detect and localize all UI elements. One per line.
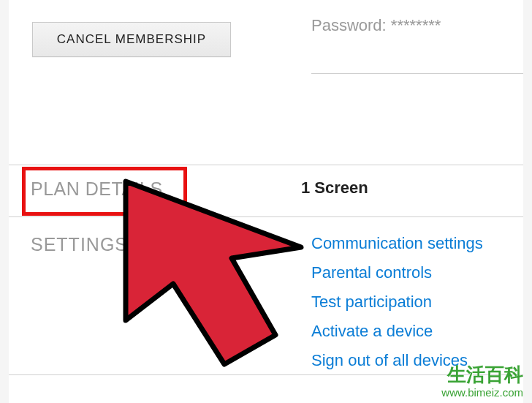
- account-page: CANCEL MEMBERSHIP Password: ******** PLA…: [9, 0, 523, 403]
- divider: [9, 216, 523, 217]
- plan-details-heading: PLAN DETAILS: [31, 178, 163, 200]
- link-communication-settings[interactable]: Communication settings: [311, 234, 483, 253]
- watermark: 生活百科 www.bimeiz.com: [441, 362, 523, 399]
- watermark-url: www.bimeiz.com: [441, 386, 523, 399]
- plan-value: 1 Screen: [301, 178, 368, 197]
- password-row: Password: ********: [311, 16, 441, 35]
- divider: [311, 73, 523, 74]
- settings-links: Communication settings Parental controls…: [311, 234, 483, 370]
- divider: [9, 165, 523, 165]
- password-label: Password:: [311, 16, 387, 34]
- link-parental-controls[interactable]: Parental controls: [311, 263, 483, 282]
- link-test-participation[interactable]: Test participation: [311, 293, 483, 312]
- password-mask: ********: [391, 16, 441, 34]
- watermark-title: 生活百科: [441, 362, 523, 388]
- link-activate-device[interactable]: Activate a device: [311, 322, 483, 341]
- settings-heading: SETTINGS: [31, 234, 128, 255]
- cancel-membership-button[interactable]: CANCEL MEMBERSHIP: [32, 22, 231, 57]
